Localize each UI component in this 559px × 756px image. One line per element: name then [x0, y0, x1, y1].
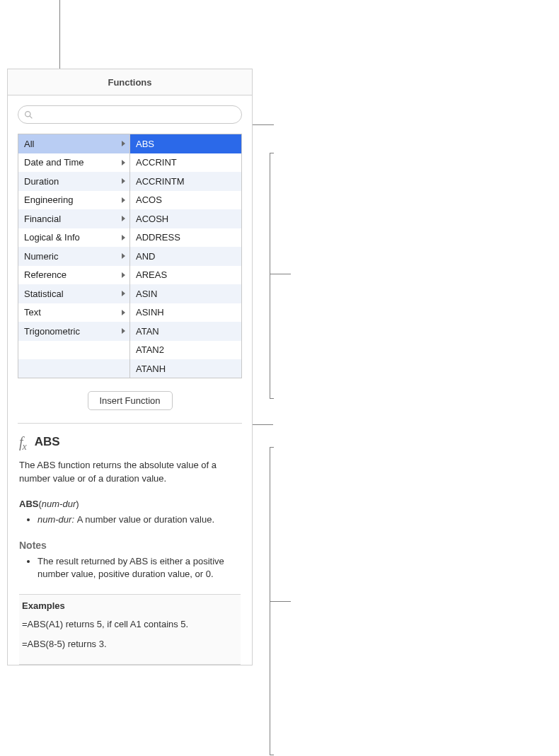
function-row[interactable]: ASINH	[130, 303, 241, 322]
function-row[interactable]: ACCRINTM	[130, 172, 241, 191]
category-label: Logical & Info	[24, 232, 119, 243]
panel-title-text: Functions	[108, 77, 151, 88]
callout-leader	[270, 153, 274, 153]
search-container	[8, 95, 252, 131]
note-item: The result returned by ABS is either a p…	[38, 555, 241, 582]
search-input[interactable]	[36, 110, 236, 120]
function-row[interactable]: ATANH	[130, 359, 241, 378]
chevron-right-icon	[122, 310, 125, 315]
chevron-right-icon	[122, 216, 125, 221]
detail-title: ABS	[35, 435, 60, 449]
svg-point-0	[25, 111, 30, 116]
category-column: AllDate and TimeDurationEngineeringFinan…	[18, 134, 130, 378]
callout-leader	[270, 601, 291, 602]
callout-leader	[270, 398, 274, 399]
function-label: ACCRINTM	[136, 176, 237, 187]
syntax-args: num-dur	[42, 499, 76, 509]
category-label: Engineering	[24, 194, 119, 205]
function-row[interactable]: ADDRESS	[130, 228, 241, 248]
category-label: Financial	[24, 214, 119, 224]
examples-box: Examples =ABS(A1) returns 5, if cell A1 …	[19, 594, 241, 664]
notes-heading: Notes	[19, 540, 241, 551]
examples-heading: Examples	[22, 600, 238, 611]
category-row-empty	[18, 341, 129, 360]
function-row[interactable]: AREAS	[130, 266, 241, 285]
function-label: ATANH	[136, 364, 237, 374]
syntax-line: ABS(num-dur)	[19, 499, 241, 509]
svg-line-1	[30, 116, 32, 118]
function-column: ABSACCRINTACCRINTMACOSACOSHADDRESSANDARE…	[130, 134, 241, 378]
function-label: ACCRINT	[136, 157, 237, 168]
fx-icon: fx	[19, 435, 28, 449]
function-row[interactable]: ASIN	[130, 284, 241, 303]
category-row[interactable]: Trigonometric	[18, 322, 129, 341]
arg-desc: A number value or duration value.	[77, 514, 214, 525]
category-row[interactable]: Financial	[18, 209, 129, 228]
function-label: ADDRESS	[136, 232, 237, 243]
category-row[interactable]: Engineering	[18, 191, 129, 210]
arg-name: num-dur:	[38, 514, 77, 525]
function-label: ABS	[136, 139, 237, 149]
callout-leader	[270, 447, 274, 448]
function-row[interactable]: ATAN2	[130, 341, 241, 360]
chevron-right-icon	[122, 291, 125, 296]
category-label: Trigonometric	[24, 326, 119, 337]
category-row[interactable]: Statistical	[18, 284, 129, 303]
function-browser: AllDate and TimeDurationEngineeringFinan…	[18, 134, 242, 378]
category-row[interactable]: Text	[18, 303, 129, 322]
panel-title: Functions	[8, 69, 252, 95]
callout-leader	[270, 274, 291, 274]
chevron-right-icon	[122, 197, 125, 203]
function-label: ASINH	[136, 307, 237, 318]
category-row[interactable]: Date and Time	[18, 153, 129, 173]
args-list: num-dur: A number value or duration valu…	[19, 513, 241, 527]
function-label: AND	[136, 251, 237, 262]
category-row[interactable]: All	[18, 134, 129, 153]
insert-function-button[interactable]: Insert Function	[88, 391, 173, 410]
chevron-right-icon	[122, 235, 125, 240]
function-label: ATAN2	[136, 344, 237, 355]
search-icon	[24, 110, 33, 120]
function-row[interactable]: ABS	[130, 134, 241, 153]
divider	[18, 423, 242, 424]
category-row[interactable]: Logical & Info	[18, 228, 129, 248]
chevron-right-icon	[122, 328, 125, 334]
example-line: =ABS(8-5) returns 3.	[22, 638, 238, 651]
category-label: Statistical	[24, 289, 119, 299]
functions-panel: Functions AllDate and TimeDurationEngine…	[7, 69, 253, 665]
category-label: Numeric	[24, 251, 119, 262]
function-label: ATAN	[136, 326, 237, 337]
chevron-right-icon	[122, 253, 125, 259]
function-label: ACOS	[136, 194, 237, 205]
chevron-right-icon	[122, 178, 125, 184]
function-detail: fx ABS The ABS function returns the abso…	[8, 435, 252, 665]
chevron-right-icon	[122, 272, 125, 278]
syntax-fn: ABS	[19, 499, 38, 509]
search-field[interactable]	[18, 105, 242, 124]
category-row[interactable]: Duration	[18, 172, 129, 191]
category-label: Reference	[24, 269, 119, 280]
category-row-empty	[18, 359, 129, 378]
insert-container: Insert Function	[8, 378, 252, 423]
chevron-right-icon	[122, 160, 125, 165]
chevron-right-icon	[122, 141, 125, 146]
example-line: =ABS(A1) returns 5, if cell A1 contains …	[22, 618, 238, 631]
category-label: Duration	[24, 176, 119, 187]
function-row[interactable]: ACOS	[130, 191, 241, 210]
category-label: All	[24, 139, 119, 149]
notes-list: The result returned by ABS is either a p…	[19, 555, 241, 582]
function-row[interactable]: AND	[130, 247, 241, 266]
function-label: ACOSH	[136, 214, 237, 224]
category-label: Date and Time	[24, 157, 119, 168]
function-row[interactable]: ACCRINT	[130, 153, 241, 173]
function-label: AREAS	[136, 269, 237, 280]
function-label: ASIN	[136, 289, 237, 299]
function-row[interactable]: ATAN	[130, 322, 241, 341]
callout-leader	[270, 755, 274, 755]
category-row[interactable]: Reference	[18, 266, 129, 285]
arg-item: num-dur: A number value or duration valu…	[38, 513, 241, 527]
category-label: Text	[24, 307, 119, 318]
function-row[interactable]: ACOSH	[130, 209, 241, 228]
category-row[interactable]: Numeric	[18, 247, 129, 266]
callout-leader	[270, 153, 270, 399]
